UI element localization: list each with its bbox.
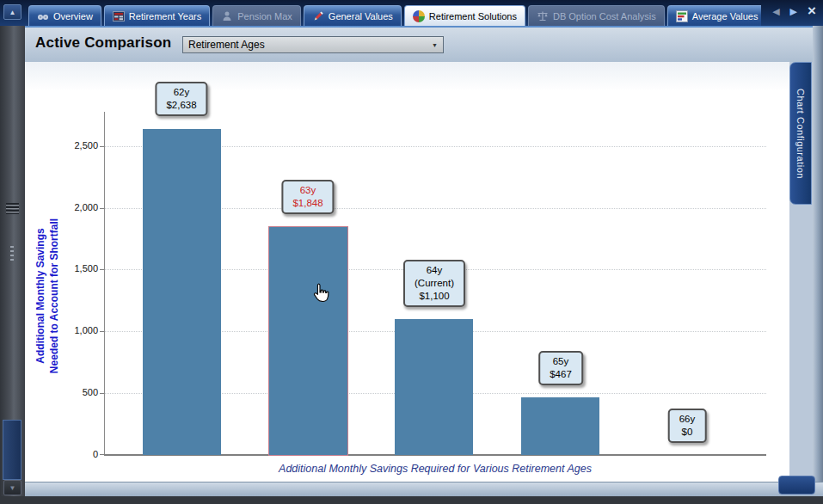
desktop-edge: [0, 496, 823, 504]
y-tick-mark: [100, 331, 104, 332]
pen-icon: [312, 10, 324, 22]
bar-label-line: 62y: [166, 86, 196, 99]
tab-label: Retirement Years: [129, 11, 201, 22]
chevron-down-icon: ▼: [432, 42, 438, 48]
bar-label-63y: 63y $1,848: [281, 180, 334, 214]
bar-label-line: 64y: [415, 264, 454, 277]
tab-general-values[interactable]: General Values: [304, 5, 402, 26]
spreadsheet-icon: [113, 10, 125, 22]
scroll-tabs-right-button[interactable]: ▶: [790, 7, 797, 16]
window-right-border: [813, 26, 823, 496]
bar-label-line: $2,638: [166, 99, 196, 112]
tab-retirement-solutions[interactable]: Retirement Solutions: [404, 5, 525, 26]
scale-icon: [537, 10, 549, 22]
tab-label: DB Option Cost Analysis: [553, 11, 656, 22]
tab-label: Average Values: [692, 11, 759, 22]
chart-configuration-tab[interactable]: Chart Configuration: [789, 62, 812, 205]
bar-label-line: 65y: [550, 355, 572, 368]
bar-label-62y: 62y $2,638: [155, 82, 207, 116]
bar-62y[interactable]: [143, 129, 221, 455]
tab-db-option-cost-analysis[interactable]: DB Option Cost Analysis: [528, 5, 665, 26]
comparison-select[interactable]: Retirement Ages ▼: [182, 36, 444, 53]
tab-label: Pension Max: [237, 11, 292, 22]
y-axis-line: [104, 112, 105, 455]
tab-bar: Overview Retirement Years Pens: [0, 0, 823, 26]
hand-cursor: [310, 282, 331, 305]
comparison-header: Active Comparison Retirement Ages ▼: [25, 26, 813, 62]
application-window: Overview Retirement Years Pens: [0, 0, 823, 504]
tab-strip: Overview Retirement Years Pens: [28, 5, 761, 26]
bar-65y[interactable]: [521, 397, 599, 455]
tab-average-values[interactable]: Average Values: [667, 5, 761, 26]
close-tab-button[interactable]: ×: [808, 5, 816, 17]
tab-label: Retirement Solutions: [429, 11, 517, 22]
scroll-up-button[interactable]: ▲: [3, 4, 21, 20]
tab-label: General Values: [329, 11, 393, 22]
splitter-dots: [10, 246, 14, 263]
tab-pension-max[interactable]: Pension Max: [212, 5, 301, 26]
chart-title: Additional Monthly Savings Required for …: [104, 463, 766, 475]
y-axis-title: Additional Monthly Savings Needed to Acc…: [34, 115, 63, 476]
bar-label-line: $467: [550, 368, 572, 381]
tab-label: Overview: [53, 11, 93, 22]
y-tick-mark: [100, 146, 104, 147]
bar-label-line: 63y: [292, 184, 322, 197]
bar-list-icon: [676, 10, 688, 22]
y-tick-mark: [100, 393, 104, 394]
bar-label-line: $1,100: [415, 290, 454, 303]
scroll-tabs-left-button[interactable]: ◀: [772, 7, 779, 16]
bar-label-line: $0: [679, 426, 696, 439]
page-title: Active Comparison: [35, 34, 171, 52]
bar-64y[interactable]: [395, 319, 473, 455]
bar-63y[interactable]: [269, 227, 347, 455]
bar-label-64y: 64y (Current) $1,100: [403, 260, 465, 307]
bar-label-65y: 65y $467: [538, 351, 583, 385]
scroll-down-button[interactable]: ▼: [3, 480, 21, 495]
bar-label-line: 66y: [679, 413, 696, 426]
y-tick-mark: [100, 269, 104, 270]
pie-chart-icon: [413, 10, 425, 22]
chart-area: 0 500 1,000 1,500 2,000 2,500 62y $2,638…: [25, 62, 789, 482]
tab-nav-controls: ◀ ▶ ×: [772, 5, 816, 17]
chart-configuration-label: Chart Configuration: [795, 89, 806, 179]
y-axis-title-line: Needed to Account for Shortfall: [47, 115, 61, 476]
tab-retirement-years[interactable]: Retirement Years: [104, 5, 210, 26]
right-panel-strip: Chart Configuration: [789, 62, 813, 482]
window-bottom-border: [25, 482, 823, 496]
bar-label-66y: 66y $0: [668, 409, 707, 443]
binoculars-icon: [37, 10, 49, 22]
left-splitter-strip: ▲ ▼: [0, 26, 25, 496]
y-tick-mark: [100, 454, 104, 455]
bar-label-line: (Current): [415, 277, 454, 290]
scrollbar-thumb[interactable]: [3, 420, 21, 480]
y-axis-title-line: Additional Monthly Savings: [34, 115, 47, 476]
splitter-grip[interactable]: [6, 203, 19, 214]
y-tick-mark: [100, 208, 104, 209]
tab-overview[interactable]: Overview: [28, 5, 101, 26]
comparison-select-value: Retirement Ages: [188, 39, 265, 51]
person-icon: [221, 10, 233, 22]
bottom-panel-handle[interactable]: [778, 476, 815, 495]
bar-label-line: $1,848: [292, 197, 322, 210]
